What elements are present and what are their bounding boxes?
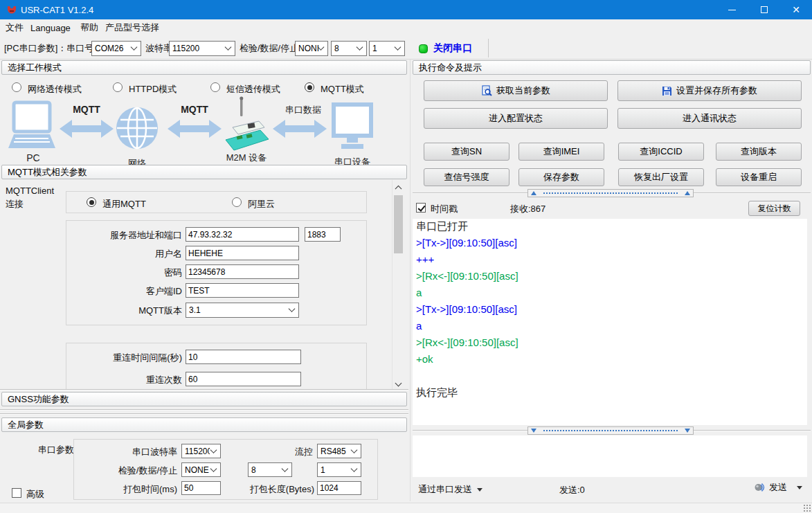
query-version-button[interactable]: 查询版本 bbox=[716, 143, 802, 161]
command-panel-header-label: 执行命令及提示 bbox=[419, 62, 482, 74]
resize-grip[interactable] bbox=[803, 504, 811, 512]
menu-language[interactable]: Language bbox=[26, 19, 75, 36]
stopbits-select[interactable]: 1 bbox=[369, 41, 405, 56]
scroll-down-icon[interactable] bbox=[393, 377, 404, 389]
global-stopbits-select[interactable]: 1 bbox=[317, 462, 361, 477]
parity-data-stop-label: 检验/数据/停止 bbox=[240, 42, 298, 55]
radio-mqtt-mode[interactable] bbox=[305, 82, 314, 92]
packlen-field[interactable] bbox=[317, 481, 361, 495]
mqtt-params-header-label: MQTT模式相关参数 bbox=[8, 166, 87, 179]
close-serial-button[interactable]: 关闭串口 bbox=[419, 39, 485, 57]
scroll-up-icon[interactable] bbox=[393, 180, 404, 192]
enter-comm-state-button[interactable]: 进入通讯状态 bbox=[617, 108, 802, 129]
send-via-serial-dropdown[interactable]: 通过串口发送 bbox=[418, 483, 482, 496]
username-label: 用户名 bbox=[68, 248, 182, 260]
chevron-down-icon bbox=[477, 488, 482, 492]
log-line: a bbox=[416, 320, 422, 332]
flow-control-label: 流控 bbox=[263, 446, 313, 458]
password-field[interactable] bbox=[186, 264, 299, 279]
radio-net-passthrough-label: 网络透传模式 bbox=[28, 83, 82, 96]
send-button[interactable]: 发送 bbox=[753, 481, 802, 494]
radio-net-passthrough[interactable] bbox=[12, 82, 21, 92]
menu-file[interactable]: 文件 bbox=[1, 19, 28, 36]
get-current-params-button[interactable]: 获取当前参数 bbox=[424, 80, 608, 101]
mqtt-version-select[interactable]: 3.1 bbox=[186, 303, 299, 318]
radio-httpd-mode-label: HTTPD模式 bbox=[129, 83, 177, 96]
chevron-down-icon bbox=[357, 44, 363, 50]
query-iccid-button[interactable]: 查询ICCID bbox=[618, 143, 704, 161]
factory-reset-button[interactable]: 恢复出厂设置 bbox=[618, 168, 704, 186]
global-parity-select[interactable]: NONE bbox=[181, 462, 221, 477]
arrow-icon bbox=[60, 120, 114, 138]
serial-toolbar: [PC串口参数]：串口号 COM26 波特率 115200 检验/数据/停止 N… bbox=[0, 36, 812, 60]
log-line: 串口已打开 bbox=[416, 220, 468, 233]
network-globe-icon bbox=[116, 107, 158, 149]
server-port-field[interactable] bbox=[305, 227, 341, 242]
chevron-down-icon bbox=[211, 466, 217, 471]
maximize-button[interactable] bbox=[748, 0, 780, 19]
log-output-area[interactable]: 串口已打开 >[Tx->][09:10:50][asc] +++ >[Rx<-]… bbox=[413, 219, 807, 425]
global-databits-select[interactable]: 8 bbox=[248, 462, 292, 477]
packtime-label: 打包时间(ms) bbox=[76, 483, 177, 496]
username-field[interactable] bbox=[186, 246, 299, 260]
log-line: >[Tx->][09:10:50][asc] bbox=[416, 237, 517, 249]
chevron-down-icon bbox=[797, 486, 802, 489]
set-save-all-params-button[interactable]: 设置并保存所有参数 bbox=[617, 80, 802, 101]
work-mode-header[interactable]: 选择工作模式 bbox=[1, 60, 407, 75]
save-params-button[interactable]: 保存参数 bbox=[518, 168, 604, 186]
menu-help[interactable]: 帮助 bbox=[76, 19, 102, 36]
mqtt-client-label-1: MQTTClient bbox=[6, 186, 54, 196]
flow-control-select[interactable]: RS485 bbox=[317, 444, 361, 458]
query-signal-button[interactable]: 查信号强度 bbox=[424, 168, 509, 186]
mqtt-client-label-2: 连接 bbox=[6, 198, 24, 210]
arrow-icon bbox=[273, 120, 327, 138]
search-doc-icon bbox=[481, 85, 492, 96]
timestamp-label: 时间戳 bbox=[431, 203, 458, 215]
radio-generic-mqtt[interactable] bbox=[87, 197, 96, 207]
pc-laptop-icon bbox=[8, 102, 55, 148]
client-id-field[interactable] bbox=[186, 283, 299, 298]
databits-select[interactable]: 8 bbox=[331, 41, 367, 56]
reset-count-button[interactable]: 复位计数 bbox=[748, 201, 800, 216]
parity-select[interactable]: NONI bbox=[295, 41, 328, 56]
reconnect-interval-field[interactable] bbox=[186, 350, 301, 364]
packtime-field[interactable] bbox=[181, 481, 221, 495]
log-splitter-handle[interactable] bbox=[527, 189, 694, 197]
menu-product-model[interactable]: 产品型号选择 bbox=[101, 19, 163, 36]
app-logo-icon bbox=[6, 4, 17, 15]
com-port-select[interactable]: COM26 bbox=[91, 41, 141, 56]
query-sn-button[interactable]: 查询SN bbox=[424, 143, 509, 161]
radio-mqtt-mode-label: MQTT模式 bbox=[321, 83, 364, 96]
radio-sms-passthrough[interactable] bbox=[210, 82, 220, 92]
send-input-area[interactable] bbox=[413, 435, 807, 477]
scrollbar-thumb[interactable] bbox=[394, 195, 403, 253]
serial-device-monitor-icon bbox=[334, 105, 371, 149]
gnss-params-header[interactable]: GNSS功能参数 bbox=[1, 392, 407, 406]
mqtt-panel-scrollbar[interactable] bbox=[392, 180, 404, 389]
radio-sms-passthrough-label: 短信透传模式 bbox=[226, 83, 280, 96]
enter-config-state-button[interactable]: 进入配置状态 bbox=[424, 108, 608, 129]
radio-aliyun[interactable] bbox=[232, 197, 242, 207]
query-imei-button[interactable]: 查询IMEI bbox=[518, 143, 604, 161]
chevron-down-icon bbox=[282, 466, 288, 471]
global-baud-select[interactable]: 115200 bbox=[181, 444, 221, 458]
reconnect-times-field[interactable] bbox=[186, 372, 301, 386]
timestamp-checkbox[interactable] bbox=[416, 203, 426, 213]
reboot-button[interactable]: 设备重启 bbox=[716, 168, 802, 186]
close-button[interactable]: ✕ bbox=[780, 0, 812, 19]
server-address-field[interactable] bbox=[186, 227, 299, 242]
send-splitter-handle[interactable] bbox=[527, 426, 694, 435]
global-params-header[interactable]: 全局参数 bbox=[1, 417, 407, 432]
client-id-label: 客户端ID bbox=[68, 285, 182, 298]
minimize-button[interactable] bbox=[716, 0, 748, 19]
advanced-checkbox[interactable] bbox=[12, 488, 21, 498]
pc-serial-label: [PC串口参数]：串口号 bbox=[4, 42, 93, 55]
link3-label: 串口数据 bbox=[285, 105, 321, 115]
radio-httpd-mode[interactable] bbox=[113, 82, 123, 92]
m2m-module-icon bbox=[226, 97, 269, 151]
sent-count-label: 发送:0 bbox=[559, 484, 585, 496]
baud-select[interactable]: 115200 bbox=[169, 41, 235, 56]
advanced-label: 高级 bbox=[26, 488, 44, 501]
global-pds-label: 检验/数据/停止 bbox=[76, 465, 177, 477]
mqtt-params-header[interactable]: MQTT模式相关参数 bbox=[1, 165, 407, 179]
